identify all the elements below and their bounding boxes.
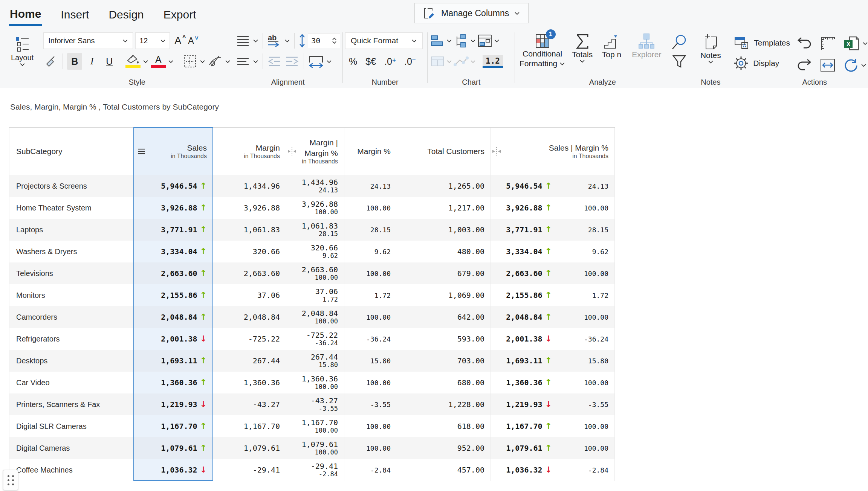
cell-margin[interactable]: 320.66 (213, 241, 286, 262)
cell-total-customers[interactable]: 1,217.00 (397, 197, 491, 219)
cell-subcategory[interactable]: Digital Cameras (9, 437, 133, 459)
cell-margin-margin-pct[interactable]: 2,048.84 100.00 (286, 306, 344, 328)
cell-sales[interactable]: 2,663.60 ↑ (133, 262, 213, 284)
cell-total-customers[interactable]: 1,069.00 (397, 284, 491, 306)
cell-sales[interactable]: 5,946.54 ↑ (133, 175, 213, 197)
cell-margin-margin-pct[interactable]: 37.06 1.72 (286, 284, 344, 306)
cell-sales[interactable]: 3,334.04 ↑ (133, 241, 213, 262)
cell-total-customers[interactable]: 1,003.00 (397, 219, 491, 241)
cell-margin-pct[interactable]: -3.55 (344, 393, 397, 415)
cell-margin[interactable]: 2,663.60 (213, 262, 286, 284)
chevron-down-icon[interactable] (253, 39, 258, 43)
chevron-down-icon[interactable] (143, 60, 148, 63)
header-sales-margin-pct[interactable]: Sales | Margin % in Thousands (491, 128, 615, 175)
cell-total-customers[interactable]: 1,228.00 (397, 393, 491, 415)
cell-margin[interactable]: 1,360.36 (213, 372, 286, 393)
layout-button[interactable]: Layout (6, 31, 38, 66)
cell-sales[interactable]: 3,771.91 ↑ (133, 219, 213, 241)
cell-subcategory[interactable]: Televisions (9, 262, 133, 284)
tab-export[interactable]: Export (163, 3, 197, 25)
cell-subcategory[interactable]: Camcorders (9, 306, 133, 328)
cell-margin-margin-pct[interactable]: 3,926.88 100.00 (286, 197, 344, 219)
currency-format-button[interactable]: $€ (364, 56, 377, 67)
quick-format-button[interactable]: Quick Format (345, 32, 423, 49)
collapse-column-icon[interactable] (492, 146, 501, 156)
chart-layout-button[interactable] (477, 32, 492, 49)
cell-sales[interactable]: 2,048.84 ↑ (133, 306, 213, 328)
cell-sales-margin-pct[interactable]: 3,334.04 ↑ 9.62 (491, 241, 615, 262)
cell-margin[interactable]: 37.06 (213, 284, 286, 306)
display-button[interactable]: Display (734, 55, 790, 72)
header-margin[interactable]: Margin in Thousands (213, 128, 286, 175)
percent-format-button[interactable]: % (347, 56, 359, 67)
cell-sales[interactable]: 1,079.61 ↑ (133, 437, 213, 459)
bar-chart-button[interactable] (430, 32, 445, 49)
visual-drag-handle[interactable] (3, 470, 18, 490)
cell-sales-margin-pct[interactable]: 3,771.91 ↑ 28.15 (491, 219, 615, 241)
cell-subcategory[interactable]: Washers & Dryers (9, 241, 133, 262)
templates-button[interactable]: Templates (734, 35, 790, 51)
cell-margin[interactable]: 267.44 (213, 350, 286, 372)
cell-margin-margin-pct[interactable]: -29.41 -2.84 (286, 459, 344, 481)
chevron-down-icon[interactable] (470, 60, 476, 63)
cell-subcategory[interactable]: Desktops (9, 350, 133, 372)
cell-subcategory[interactable]: Monitors (9, 284, 133, 306)
cell-margin-pct[interactable]: 15.80 (344, 350, 397, 372)
cell-margin-margin-pct[interactable]: 1,434.96 24.13 (286, 175, 344, 197)
cell-sales[interactable]: 1,693.11 ↑ (133, 350, 213, 372)
cell-margin-pct[interactable]: -2.84 (344, 459, 397, 481)
cell-sales[interactable]: 1,167.70 ↑ (133, 415, 213, 437)
cell-subcategory[interactable]: Printers, Scanners & Fax (9, 393, 133, 415)
chevron-down-icon[interactable] (225, 60, 231, 63)
font-family-select[interactable]: Inforiver Sans (43, 32, 133, 49)
underline-button[interactable]: U (102, 53, 117, 70)
cell-subcategory[interactable]: Home Theater System (9, 197, 133, 219)
cell-subcategory[interactable]: Projectors & Screens (9, 175, 133, 197)
tab-home[interactable]: Home (9, 2, 42, 26)
font-size-select[interactable]: 12 (135, 32, 170, 49)
format-painter-button[interactable] (43, 53, 58, 70)
italic-button[interactable]: I (84, 53, 99, 70)
filter-icon[interactable] (672, 54, 687, 69)
undo-icon[interactable] (796, 36, 813, 50)
cell-sales-margin-pct[interactable]: 1,693.11 ↑ 15.80 (491, 350, 615, 372)
hierarchy-chart-button[interactable] (454, 32, 469, 49)
increase-decimal-button[interactable]: .0+ (383, 56, 397, 67)
chevron-down-icon[interactable] (200, 60, 205, 63)
header-sales[interactable]: Sales in Thousands (133, 128, 213, 175)
cell-margin-margin-pct[interactable]: 1,061.83 28.15 (286, 219, 344, 241)
cell-sales[interactable]: 2,155.86 ↑ (133, 284, 213, 306)
cell-subcategory[interactable]: Laptops (9, 219, 133, 241)
cell-sales-margin-pct[interactable]: 3,926.88 ↑ 100.00 (491, 197, 615, 219)
chevron-down-icon[interactable] (326, 60, 332, 63)
cell-total-customers[interactable]: 1,265.00 (397, 175, 491, 197)
header-margin-pct[interactable]: Margin % (344, 128, 397, 175)
cell-margin-pct[interactable]: 100.00 (344, 306, 397, 328)
cell-sales[interactable]: 1,360.36 ↑ (133, 372, 213, 393)
tab-design[interactable]: Design (108, 3, 144, 25)
cell-margin-pct[interactable]: 100.00 (344, 372, 397, 393)
cell-subcategory[interactable]: Refrigerators (9, 328, 133, 350)
cell-margin-margin-pct[interactable]: 267.44 15.80 (286, 350, 344, 372)
cell-margin[interactable]: 1,079.61 (213, 437, 286, 459)
redo-icon[interactable] (796, 58, 813, 72)
cell-total-customers[interactable]: 680.00 (397, 372, 491, 393)
cell-margin[interactable]: -43.27 (213, 393, 286, 415)
cell-subcategory[interactable]: Digital SLR Cameras (9, 415, 133, 437)
bold-button[interactable]: B (67, 53, 82, 70)
autofit-width-button[interactable] (308, 53, 324, 70)
header-subcategory[interactable]: SubCategory (9, 128, 133, 175)
header-margin-margin-pct[interactable]: Margin | Margin % in Thousands (286, 128, 344, 175)
cell-sales-margin-pct[interactable]: 2,155.86 ↑ 1.72 (491, 284, 615, 306)
cell-margin-pct[interactable]: 1.72 (344, 284, 397, 306)
wrap-text-button[interactable]: ab (267, 32, 282, 49)
chevron-down-icon[interactable] (494, 39, 500, 43)
cell-margin-pct[interactable]: 9.62 (344, 241, 397, 262)
chevron-down-icon[interactable] (446, 39, 452, 43)
cell-sales[interactable]: 1,036.32 ↓ (133, 459, 213, 481)
cell-margin[interactable]: 1,167.70 (213, 415, 286, 437)
table-view-button[interactable] (430, 53, 445, 70)
cell-total-customers[interactable]: 952.00 (397, 437, 491, 459)
increase-font-size-button[interactable]: A^ (172, 35, 183, 47)
strikethrough-button[interactable] (208, 53, 223, 70)
